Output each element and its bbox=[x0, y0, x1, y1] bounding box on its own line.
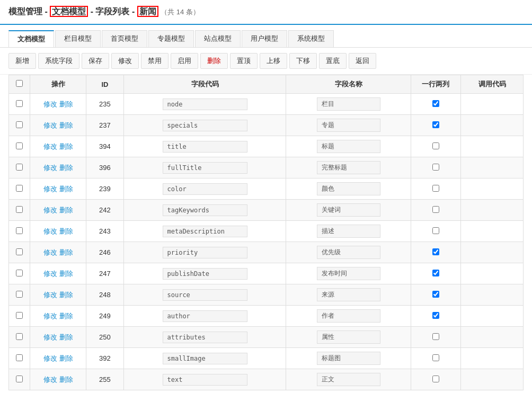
delete-link-0[interactable]: 删除 bbox=[59, 100, 73, 108]
btn-置顶[interactable]: 置顶 bbox=[230, 53, 258, 69]
row-checkbox-1[interactable] bbox=[16, 121, 23, 128]
tworow-checkbox-4[interactable] bbox=[432, 185, 439, 192]
row-name-8: 发布时间 bbox=[286, 263, 411, 284]
row-checkbox-6[interactable] bbox=[16, 227, 23, 234]
tworow-checkbox-5[interactable] bbox=[432, 206, 439, 213]
table-row: 修改删除247publishDate发布时间 bbox=[9, 263, 524, 284]
tworow-checkbox-6[interactable] bbox=[432, 227, 439, 234]
table-row: 修改删除239color颜色 bbox=[9, 178, 524, 200]
edit-link-9[interactable]: 修改 bbox=[43, 291, 57, 299]
row-invoke-3 bbox=[461, 157, 524, 178]
page-header: 模型管理 - 文档模型 - 字段列表 - 新闻 （共 14 条） bbox=[0, 0, 532, 25]
row-checkbox-5[interactable] bbox=[16, 206, 23, 213]
btn-上移[interactable]: 上移 bbox=[260, 53, 287, 69]
row-name-7: 优先级 bbox=[286, 242, 411, 263]
row-checkbox-8[interactable] bbox=[16, 270, 23, 276]
edit-link-8[interactable]: 修改 bbox=[43, 270, 57, 278]
delete-link-1[interactable]: 删除 bbox=[59, 121, 73, 129]
edit-link-11[interactable]: 修改 bbox=[43, 333, 57, 341]
delete-link-5[interactable]: 删除 bbox=[59, 206, 73, 214]
delete-link-9[interactable]: 删除 bbox=[59, 291, 73, 299]
edit-link-7[interactable]: 修改 bbox=[43, 248, 57, 256]
row-tworow-2 bbox=[411, 136, 460, 157]
edit-link-5[interactable]: 修改 bbox=[43, 206, 57, 214]
tab-用户模型[interactable]: 用户模型 bbox=[242, 30, 287, 47]
row-checkbox-3[interactable] bbox=[16, 164, 23, 171]
tworow-checkbox-2[interactable] bbox=[432, 142, 439, 149]
row-checkbox-11[interactable] bbox=[16, 333, 23, 340]
edit-link-10[interactable]: 修改 bbox=[43, 312, 57, 320]
row-tworow-3 bbox=[411, 157, 460, 178]
edit-link-1[interactable]: 修改 bbox=[43, 121, 57, 129]
row-invoke-12 bbox=[461, 348, 524, 369]
btn-置底[interactable]: 置底 bbox=[319, 53, 347, 69]
row-checkbox-13[interactable] bbox=[16, 376, 23, 382]
row-invoke-4 bbox=[461, 178, 524, 200]
row-checkbox-12[interactable] bbox=[16, 354, 23, 361]
btn-系统字段[interactable]: 系统字段 bbox=[38, 53, 79, 69]
edit-link-0[interactable]: 修改 bbox=[43, 100, 57, 108]
tab-专题模型[interactable]: 专题模型 bbox=[148, 30, 194, 47]
row-code-7: priority bbox=[123, 242, 286, 263]
row-name-10: 作者 bbox=[286, 306, 411, 327]
tab-首页模型[interactable]: 首页模型 bbox=[102, 30, 147, 47]
row-tworow-8 bbox=[411, 263, 460, 284]
row-checkbox-10[interactable] bbox=[16, 312, 23, 319]
row-invoke-5 bbox=[461, 200, 524, 221]
tworow-checkbox-12[interactable] bbox=[432, 354, 439, 361]
delete-link-8[interactable]: 删除 bbox=[59, 270, 73, 278]
btn-修改[interactable]: 修改 bbox=[111, 53, 139, 69]
col-header-invoke: 调用代码 bbox=[461, 75, 524, 94]
delete-link-3[interactable]: 删除 bbox=[59, 164, 73, 172]
edit-link-4[interactable]: 修改 bbox=[43, 185, 57, 193]
edit-link-3[interactable]: 修改 bbox=[43, 164, 57, 172]
row-tworow-6 bbox=[411, 221, 460, 242]
delete-link-6[interactable]: 删除 bbox=[59, 227, 73, 235]
row-tworow-4 bbox=[411, 178, 460, 200]
tworow-checkbox-8[interactable] bbox=[432, 270, 439, 276]
tab-栏目模型[interactable]: 栏目模型 bbox=[55, 30, 101, 47]
edit-link-6[interactable]: 修改 bbox=[43, 227, 57, 235]
btn-启用[interactable]: 启用 bbox=[171, 53, 198, 69]
tab-bar: 文档模型栏目模型首页模型专题模型站点模型用户模型系统模型 bbox=[0, 25, 532, 48]
btn-下移[interactable]: 下移 bbox=[289, 53, 317, 69]
tworow-checkbox-9[interactable] bbox=[432, 291, 439, 298]
row-id-8: 247 bbox=[86, 263, 124, 284]
row-checkbox-7[interactable] bbox=[16, 248, 23, 255]
tworow-checkbox-11[interactable] bbox=[432, 333, 439, 340]
btn-新增[interactable]: 新增 bbox=[8, 53, 36, 69]
edit-link-2[interactable]: 修改 bbox=[43, 142, 57, 150]
tworow-checkbox-10[interactable] bbox=[432, 312, 439, 319]
tab-文档模型[interactable]: 文档模型 bbox=[8, 30, 54, 47]
edit-link-13[interactable]: 修改 bbox=[43, 376, 57, 383]
tworow-checkbox-0[interactable] bbox=[432, 100, 439, 107]
select-all-checkbox[interactable] bbox=[16, 80, 23, 87]
tworow-checkbox-1[interactable] bbox=[432, 121, 439, 128]
tworow-checkbox-7[interactable] bbox=[432, 248, 439, 255]
delete-link-2[interactable]: 删除 bbox=[59, 142, 73, 150]
tworow-checkbox-3[interactable] bbox=[432, 164, 439, 171]
delete-link-12[interactable]: 删除 bbox=[59, 354, 73, 362]
row-op-3: 修改删除 bbox=[30, 157, 86, 178]
delete-link-4[interactable]: 删除 bbox=[59, 185, 73, 193]
row-checkbox-0[interactable] bbox=[16, 100, 23, 107]
row-code-13: text bbox=[123, 369, 286, 390]
btn-删除[interactable]: 删除 bbox=[200, 53, 228, 69]
table-row: 修改删除394title标题 bbox=[9, 136, 524, 157]
row-checkbox-9[interactable] bbox=[16, 291, 23, 298]
tab-系统模型[interactable]: 系统模型 bbox=[288, 30, 334, 47]
tab-站点模型[interactable]: 站点模型 bbox=[195, 30, 241, 47]
btn-禁用[interactable]: 禁用 bbox=[141, 53, 169, 69]
btn-保存[interactable]: 保存 bbox=[82, 53, 109, 69]
row-checkbox-2[interactable] bbox=[16, 142, 23, 149]
btn-返回[interactable]: 返回 bbox=[349, 53, 376, 69]
delete-link-7[interactable]: 删除 bbox=[59, 248, 73, 256]
row-checkbox-4[interactable] bbox=[16, 185, 23, 192]
edit-link-12[interactable]: 修改 bbox=[43, 354, 57, 362]
tworow-checkbox-13[interactable] bbox=[432, 376, 439, 382]
delete-link-10[interactable]: 删除 bbox=[59, 312, 73, 320]
row-invoke-0 bbox=[461, 94, 524, 115]
delete-link-13[interactable]: 删除 bbox=[59, 376, 73, 383]
delete-link-11[interactable]: 删除 bbox=[59, 333, 73, 341]
row-code-4: color bbox=[123, 178, 286, 200]
